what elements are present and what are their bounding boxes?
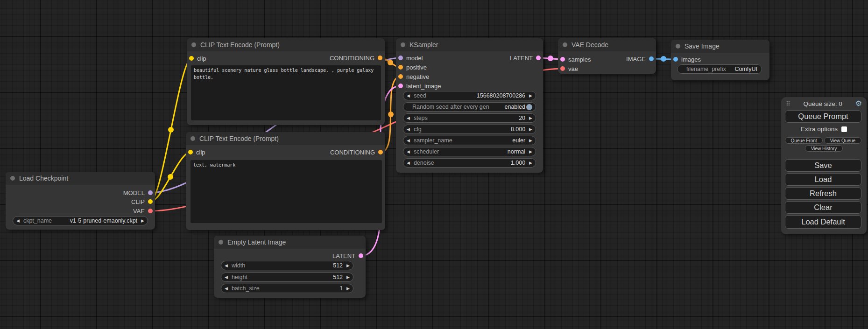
batch-size-widget[interactable]: ◀ batch_size 1 ▶	[221, 284, 353, 293]
port-dot[interactable]	[148, 190, 153, 195]
link-dot-conditioning-positive[interactable]	[388, 60, 393, 65]
negative-prompt-textarea[interactable]: text, watermark	[191, 160, 382, 223]
increment-arrow-icon[interactable]: ▶	[141, 219, 144, 223]
port-dot[interactable]	[378, 56, 382, 60]
port-latent-output[interactable]: LATENT	[510, 55, 541, 61]
increment-arrow-icon[interactable]: ▶	[529, 127, 532, 132]
steps-widget[interactable]: ◀ steps 20 ▶	[403, 113, 536, 123]
port-clip-output[interactable]: CLIP	[131, 198, 153, 205]
link-dot-latent[interactable]	[548, 56, 553, 61]
node-empty-latent-image[interactable]: Empty Latent Image LATENT ◀ width 512 ▶ …	[214, 236, 366, 298]
positive-prompt-textarea[interactable]: beautiful scenery nature glass bottle la…	[191, 65, 381, 120]
width-widget[interactable]: ◀ width 512 ▶	[221, 261, 353, 270]
filename-prefix-widget[interactable]: filename_prefix ComfyUI	[677, 64, 762, 74]
port-image-output[interactable]: IMAGE	[626, 56, 654, 62]
ckpt-name-widget[interactable]: ◀ ckpt_name v1-5-pruned-emaonly.ckpt ▶	[13, 216, 148, 225]
increment-arrow-icon[interactable]: ▶	[346, 264, 350, 268]
increment-arrow-icon[interactable]: ▶	[529, 116, 532, 120]
denoise-widget[interactable]: ◀ denoise 1.000 ▶	[403, 158, 536, 168]
increment-arrow-icon[interactable]: ▶	[529, 94, 532, 98]
view-queue-button[interactable]: View Queue	[824, 137, 861, 144]
save-button[interactable]: Save	[785, 159, 861, 172]
toggle-dot-icon[interactable]	[526, 104, 532, 110]
port-dot[interactable]	[148, 199, 153, 204]
link-dot-image[interactable]	[661, 56, 666, 62]
clear-button[interactable]: Clear	[785, 201, 861, 214]
decrement-arrow-icon[interactable]: ◀	[225, 275, 228, 280]
collapse-dot-icon[interactable]	[401, 42, 405, 47]
port-dot[interactable]	[536, 56, 541, 60]
port-model-input[interactable]: model	[398, 55, 423, 61]
decrement-arrow-icon[interactable]: ◀	[407, 150, 410, 154]
extra-options-checkbox[interactable]	[841, 126, 847, 132]
link-dot-clip-negative[interactable]	[168, 174, 173, 180]
port-dot[interactable]	[398, 84, 403, 88]
port-dot[interactable]	[189, 56, 194, 61]
port-negative-input[interactable]: negative	[398, 73, 429, 80]
port-dot[interactable]	[359, 253, 363, 258]
port-conditioning-output[interactable]: CONDITIONING	[330, 149, 383, 155]
link-dot-conditioning-negative[interactable]	[388, 112, 394, 117]
cfg-widget[interactable]: ◀ cfg 8.000 ▶	[403, 125, 536, 134]
collapse-dot-icon[interactable]	[676, 44, 680, 49]
decrement-arrow-icon[interactable]: ◀	[225, 264, 228, 268]
port-positive-input[interactable]: positive	[398, 64, 427, 70]
collapse-dot-icon[interactable]	[10, 176, 15, 181]
port-dot[interactable]	[378, 150, 383, 154]
view-history-button[interactable]: View History	[805, 145, 843, 152]
load-button[interactable]: Load	[785, 173, 861, 186]
port-latent-image-input[interactable]: latent_image	[398, 83, 441, 89]
height-widget[interactable]: ◀ height 512 ▶	[221, 273, 353, 282]
port-dot[interactable]	[673, 57, 678, 62]
collapse-dot-icon[interactable]	[219, 240, 223, 245]
refresh-button[interactable]: Refresh	[785, 187, 861, 200]
port-samples-input[interactable]: samples	[560, 56, 591, 63]
node-save-image[interactable]: Save Image images filename_prefix ComfyU…	[671, 40, 769, 80]
decrement-arrow-icon[interactable]: ◀	[407, 116, 410, 120]
port-dot[interactable]	[649, 56, 654, 61]
scheduler-widget[interactable]: ◀ scheduler normal ▶	[403, 147, 536, 156]
port-latent-output[interactable]: LATENT	[332, 252, 363, 259]
port-model-output[interactable]: MODEL	[123, 189, 153, 196]
increment-arrow-icon[interactable]: ▶	[529, 139, 532, 143]
sampler-name-widget[interactable]: ◀ sampler_name euler ▶	[403, 136, 536, 145]
queue-prompt-button[interactable]: Queue Prompt	[785, 110, 861, 123]
collapse-dot-icon[interactable]	[563, 42, 567, 47]
node-clip-text-encode-negative[interactable]: CLIP Text Encode (Prompt) clip CONDITION…	[186, 132, 385, 230]
port-clip-input[interactable]: clip	[188, 149, 205, 155]
port-images-input[interactable]: images	[673, 56, 701, 63]
drag-handle-icon[interactable]: ⠿	[786, 100, 790, 107]
node-clip-text-encode-positive[interactable]: CLIP Text Encode (Prompt) clip CONDITION…	[187, 38, 385, 125]
node-vae-decode[interactable]: VAE Decode samples vae IMAGE	[558, 38, 656, 74]
increment-arrow-icon[interactable]: ▶	[346, 287, 350, 291]
port-conditioning-output[interactable]: CONDITIONING	[330, 55, 382, 61]
gear-icon[interactable]: ⚙	[855, 100, 862, 107]
comfyui-canvas[interactable]: { "colors": { "model": "#B39DDB", "clip"…	[0, 0, 868, 329]
queue-panel[interactable]: ⠿ Queue size: 0 ⚙ Queue Prompt Extra opt…	[781, 97, 867, 234]
decrement-arrow-icon[interactable]: ◀	[225, 287, 228, 291]
decrement-arrow-icon[interactable]: ◀	[407, 139, 410, 143]
port-vae-output[interactable]: VAE	[133, 208, 153, 214]
seed-widget[interactable]: ◀ seed 156680208700286 ▶	[403, 91, 536, 100]
port-dot[interactable]	[398, 65, 403, 70]
link-dot-clip-positive[interactable]	[168, 127, 174, 133]
decrement-arrow-icon[interactable]: ◀	[407, 94, 410, 98]
node-ksampler[interactable]: KSampler model positive negative latent_…	[396, 38, 543, 173]
node-load-checkpoint[interactable]: Load Checkpoint MODEL CLIP VAE ◀ ckpt_na…	[6, 172, 155, 230]
port-vae-input[interactable]: vae	[560, 65, 578, 72]
port-dot[interactable]	[398, 56, 403, 60]
queue-front-button[interactable]: Queue Front	[785, 137, 823, 144]
load-default-button[interactable]: Load Default	[785, 215, 861, 229]
decrement-arrow-icon[interactable]: ◀	[407, 127, 410, 132]
decrement-arrow-icon[interactable]: ◀	[407, 161, 410, 165]
collapse-dot-icon[interactable]	[191, 136, 195, 141]
increment-arrow-icon[interactable]: ▶	[346, 275, 350, 280]
port-dot[interactable]	[188, 150, 193, 154]
port-clip-input[interactable]: clip	[189, 55, 206, 62]
port-dot[interactable]	[560, 66, 565, 71]
port-dot[interactable]	[148, 209, 153, 213]
increment-arrow-icon[interactable]: ▶	[529, 161, 532, 165]
increment-arrow-icon[interactable]: ▶	[529, 150, 532, 154]
collapse-dot-icon[interactable]	[191, 42, 196, 47]
random-seed-toggle-widget[interactable]: Random seed after every gen enabled	[403, 102, 536, 112]
